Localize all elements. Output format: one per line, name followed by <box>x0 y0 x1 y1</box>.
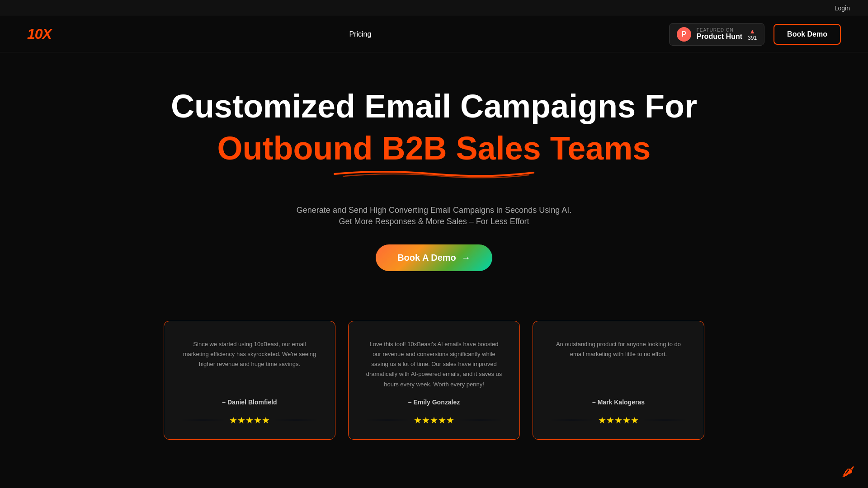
cta-button[interactable]: Book A Demo → <box>376 244 492 271</box>
nav-right: P FEATURED ON Product Hunt ▲ 391 Book De… <box>669 23 841 46</box>
navbar: 10X Pricing P FEATURED ON Product Hunt ▲… <box>0 16 868 52</box>
product-hunt-icon: P <box>677 27 691 42</box>
testimonial-card-2: Love this tool! 10xBeast's AI emails hav… <box>348 321 520 439</box>
product-hunt-name: Product Hunt <box>697 33 742 41</box>
product-hunt-badge[interactable]: P FEATURED ON Product Hunt ▲ 391 <box>669 23 764 46</box>
top-bar: Login <box>0 0 868 16</box>
divider-left-2 <box>365 420 410 420</box>
login-link[interactable]: Login <box>835 5 850 12</box>
cta-label: Book A Demo <box>397 253 456 263</box>
stars-1: ★★★★★ <box>229 415 270 426</box>
testimonial-card-1: Since we started using 10xBeast, our ema… <box>164 321 335 439</box>
underline-decoration <box>330 167 538 181</box>
testimonial-author-2: – Emily Gonzalez <box>408 399 460 406</box>
testimonial-text-3: An outstanding product for anyone lookin… <box>549 339 688 389</box>
logo: 10X <box>27 26 52 42</box>
stars-2: ★★★★★ <box>414 415 454 426</box>
star-divider-3: ★★★★★ <box>549 415 688 426</box>
testimonial-author-3: – Mark Kalogeras <box>592 399 645 406</box>
hero-title-line1: Customized Email Campaigns For <box>27 89 841 124</box>
nav-center: Pricing <box>349 30 371 38</box>
bottom-decoration: 🌶 <box>842 464 854 479</box>
testimonial-card-3: An outstanding product for anyone lookin… <box>533 321 704 439</box>
book-demo-nav-button[interactable]: Book Demo <box>774 24 841 45</box>
hero-title-line2: Outbound B2B Sales Teams <box>217 129 651 168</box>
star-divider-1: ★★★★★ <box>180 415 319 426</box>
testimonial-author-1: – Daniel Blomfield <box>222 399 277 406</box>
pricing-link[interactable]: Pricing <box>349 30 371 38</box>
product-hunt-number: 391 <box>748 35 757 41</box>
stars-3: ★★★★★ <box>598 415 639 426</box>
divider-right-3 <box>642 420 688 420</box>
product-hunt-featured-label: FEATURED ON <box>697 28 742 33</box>
divider-right-2 <box>458 420 503 420</box>
product-hunt-arrow-icon: ▲ <box>749 28 755 35</box>
testimonial-text-2: Love this tool! 10xBeast's AI emails hav… <box>365 339 503 389</box>
divider-right-1 <box>274 420 319 420</box>
divider-left-1 <box>180 420 226 420</box>
product-hunt-count: ▲ 391 <box>748 28 757 41</box>
testimonials-section: Since we started using 10xBeast, our ema… <box>0 298 868 439</box>
hero-section: Customized Email Campaigns For Outbound … <box>0 52 868 298</box>
hero-subtitle-line2: Get More Responses & More Sales – For Le… <box>27 217 841 226</box>
star-divider-2: ★★★★★ <box>365 415 503 426</box>
product-hunt-text: FEATURED ON Product Hunt <box>697 28 742 41</box>
hero-subtitle-line1: Generate and Send High Converting Email … <box>27 203 841 217</box>
testimonial-text-1: Since we started using 10xBeast, our ema… <box>180 339 319 389</box>
cta-arrow-icon: → <box>462 253 471 263</box>
divider-left-3 <box>549 420 594 420</box>
